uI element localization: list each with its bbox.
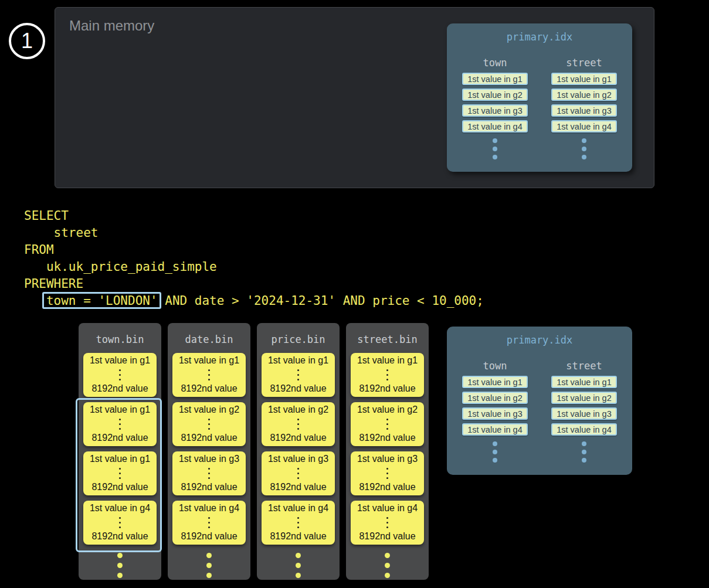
granule-cell: 1st value in g1 8192nd value [172, 353, 246, 397]
granule-cell: 1st value in g2 8192nd value [351, 402, 424, 446]
granule-first-value: 1st value in g3 [179, 454, 239, 464]
idx-entry: 1st value in g4 [551, 120, 617, 132]
bin-card-price: price.bin 1st value in g1 8192nd value 1… [257, 323, 340, 580]
vertical-ellipsis-icon [386, 374, 388, 376]
granule-list: 1st value in g1 8192nd value 1st value i… [257, 353, 340, 545]
bin-card-street: street.bin 1st value in g1 8192nd value … [346, 323, 429, 580]
vertical-ellipsis-icon [582, 147, 586, 151]
vertical-ellipsis-icon [119, 473, 121, 474]
sql-line: uk.uk_price_paid_simple [24, 259, 484, 276]
idx-column-header-street: street [551, 56, 617, 69]
granule-cell: 1st value in g3 8192nd value [262, 451, 335, 495]
idx-entry: 1st value in g3 [551, 407, 617, 420]
idx-entry: 1st value in g4 [462, 120, 528, 132]
granule-last-value: 8192nd value [359, 482, 415, 492]
granule-last-value: 8192nd value [270, 383, 326, 394]
idx-entry: 1st value in g1 [462, 376, 528, 388]
vertical-ellipsis-icon [117, 563, 123, 568]
idx-column-header-town: town [462, 56, 528, 69]
bin-card-title: street.bin [346, 323, 429, 346]
granule-last-value: 8192nd value [181, 383, 237, 394]
granule-last-value: 8192nd value [359, 531, 415, 542]
vertical-ellipsis-icon [297, 374, 299, 376]
vertical-ellipsis-icon [385, 563, 390, 568]
granule-cell: 1st value in g4 8192nd value [172, 501, 246, 545]
idx-entry: 1st value in g3 [462, 104, 528, 117]
vertical-ellipsis-icon [119, 522, 121, 524]
granule-first-value: 1st value in g3 [357, 454, 418, 464]
granule-cell: 1st value in g3 8192nd value [351, 451, 424, 495]
granule-first-value: 1st value in g1 [268, 355, 328, 366]
idx-entry: 1st value in g4 [551, 423, 617, 436]
granule-cell: 1st value in g1 8192nd value [351, 353, 424, 397]
bin-card-date: date.bin 1st value in g1 8192nd value 1s… [168, 323, 250, 580]
idx-entry: 1st value in g1 [462, 73, 528, 85]
vertical-ellipsis-icon [493, 450, 497, 454]
granule-first-value: 1st value in g1 [90, 355, 150, 366]
granule-cell: 1st value in g1 8192nd value [83, 451, 157, 495]
granule-first-value: 1st value in g4 [179, 503, 239, 514]
more-entries [551, 439, 617, 465]
idx-entry: 1st value in g2 [551, 392, 617, 404]
bin-card-town: town.bin 1st value in g1 8192nd value 1s… [79, 323, 161, 580]
sql-line: street [24, 225, 484, 242]
vertical-ellipsis-icon [208, 423, 210, 425]
granule-last-value: 8192nd value [181, 482, 237, 492]
vertical-ellipsis-icon [208, 473, 210, 474]
vertical-ellipsis-icon [297, 522, 299, 524]
idx-entry: 1st value in g1 [551, 73, 617, 85]
more-entries [462, 439, 528, 465]
granule-first-value: 1st value in g4 [268, 503, 328, 514]
granule-cell: 1st value in g2 8192nd value [262, 402, 335, 446]
granule-cell: 1st value in g1 8192nd value [83, 402, 157, 446]
vertical-ellipsis-icon [386, 473, 388, 474]
granule-last-value: 8192nd value [270, 531, 326, 542]
vertical-ellipsis-icon [208, 522, 210, 524]
idx-entry: 1st value in g2 [462, 89, 528, 101]
vertical-ellipsis-icon [493, 147, 497, 151]
granule-cell: 1st value in g1 8192nd value [262, 353, 335, 397]
granule-cell: 1st value in g4 8192nd value [83, 501, 157, 545]
primary-idx-title: primary.idx [447, 327, 632, 346]
vertical-ellipsis-icon [582, 450, 586, 454]
idx-column-header-town: town [462, 359, 528, 372]
more-entries [551, 136, 617, 162]
idx-entry: 1st value in g3 [551, 104, 617, 117]
vertical-ellipsis-icon [386, 423, 388, 425]
granule-last-value: 8192nd value [359, 433, 415, 443]
primary-idx-title: primary.idx [447, 23, 632, 43]
granule-first-value: 1st value in g2 [179, 405, 239, 415]
sql-highlighted-predicate: town = 'LONDON' [46, 294, 158, 308]
granule-last-value: 8192nd value [91, 531, 148, 542]
step-1-label: 1 [21, 29, 33, 53]
granule-cell: 1st value in g4 8192nd value [351, 501, 424, 545]
granule-first-value: 1st value in g1 [357, 355, 418, 366]
vertical-ellipsis-icon [206, 563, 212, 568]
idx-entry: 1st value in g2 [551, 89, 617, 101]
more-entries [462, 136, 528, 162]
granule-first-value: 1st value in g1 [179, 355, 239, 366]
bin-card-title: date.bin [168, 323, 250, 346]
main-memory-label: Main memory [69, 18, 154, 34]
sql-line-prewhere-condition: town = 'LONDON' AND date > '2024-12-31' … [24, 293, 484, 310]
granule-list: 1st value in g1 8192nd value 1st value i… [79, 353, 161, 545]
diagram-canvas: 1 Main memory primary.idx town 1st value… [0, 0, 709, 588]
idx-entry: 1st value in g1 [551, 376, 617, 388]
granule-last-value: 8192nd value [91, 482, 148, 492]
idx-entry: 1st value in g2 [462, 392, 528, 404]
granule-list: 1st value in g1 8192nd value 1st value i… [346, 353, 429, 545]
sql-code-block: SELECT street FROM uk.uk_price_paid_simp… [24, 208, 484, 310]
granule-cell: 1st value in g4 8192nd value [262, 501, 335, 545]
vertical-ellipsis-icon [119, 374, 121, 376]
primary-idx-card-top: primary.idx town 1st value in g1 1st val… [447, 23, 632, 172]
bin-card-title: price.bin [257, 323, 340, 346]
vertical-ellipsis-icon [297, 423, 299, 425]
granule-list: 1st value in g1 8192nd value 1st value i… [168, 353, 250, 545]
granule-first-value: 1st value in g2 [357, 405, 418, 415]
granule-first-value: 1st value in g3 [268, 454, 328, 464]
granule-last-value: 8192nd value [91, 433, 148, 443]
vertical-ellipsis-icon [297, 473, 299, 474]
step-1-badge: 1 [9, 23, 45, 59]
idx-column-street: street 1st value in g1 1st value in g2 1… [551, 56, 617, 162]
vertical-ellipsis-icon [296, 563, 301, 568]
